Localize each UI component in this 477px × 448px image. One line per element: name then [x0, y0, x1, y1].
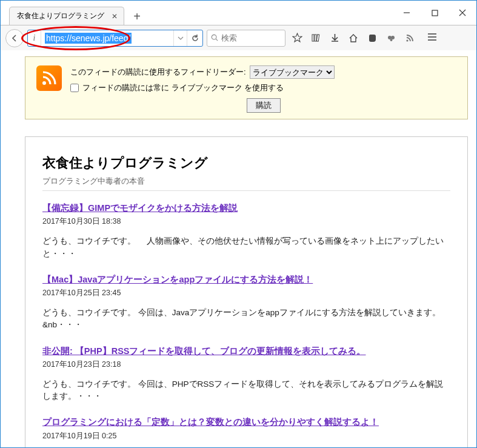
maximize-button[interactable] — [421, 4, 449, 22]
home-icon[interactable] — [348, 33, 359, 44]
entry-title-link[interactable]: プログラミングにおける「定数」とは？変数との違いを分かりやすく解説するよ！ — [42, 417, 379, 427]
extension-icon[interactable] — [385, 33, 396, 44]
browser-tab[interactable]: 衣食住よりプログラミング ✕ — [9, 7, 124, 25]
entry-date: 2017年10月19日 0:25 — [42, 431, 450, 441]
search-box[interactable] — [207, 30, 285, 47]
evernote-icon[interactable] — [367, 33, 378, 44]
feed-title: 衣食住よりプログラミング — [42, 154, 450, 172]
feed-subscribe-box: このフィードの購読に使用するフィードリーダー: ライブブックマーク フィードの購… — [25, 56, 468, 119]
nav-toolbar: i https://senews.jp/feed/ — [1, 25, 476, 50]
close-button[interactable] — [449, 4, 476, 22]
bookmark-star-icon[interactable] — [292, 33, 302, 44]
new-tab-button[interactable]: + — [128, 8, 146, 25]
minimize-button[interactable] — [393, 4, 421, 22]
svg-rect-1 — [432, 10, 438, 16]
svg-point-11 — [390, 39, 392, 41]
entry-title-link[interactable]: 【備忘録】GIMPでモザイクをかける方法を解説 — [42, 203, 238, 213]
toolbar-icons — [292, 33, 415, 44]
entry-excerpt: どうも、コウイチです。 今回は、PHPでRSSフィードを取得して、それを表示して… — [42, 378, 450, 403]
search-icon — [211, 33, 219, 42]
entry-date: 2017年10月30日 18:38 — [42, 216, 450, 227]
window-controls — [393, 4, 476, 22]
page-content: このフィードの購読に使用するフィードリーダー: ライブブックマーク フィードの購… — [1, 50, 476, 448]
reader-label: このフィードの購読に使用するフィードリーダー: — [70, 67, 246, 78]
site-info-icon[interactable]: i — [28, 30, 41, 46]
subscribe-button[interactable]: 購読 — [247, 98, 281, 113]
entry-title-link[interactable]: 非公開: 【PHP】RSSフィードを取得して、ブログの更新情報を表示してみる。 — [42, 346, 366, 356]
always-checkbox[interactable] — [70, 84, 79, 92]
always-label: フィードの購読には常に ライブブックマーク を使用する — [82, 82, 284, 93]
feed-subtitle: プログラミング中毒者の本音 — [42, 176, 450, 191]
svg-rect-8 — [316, 35, 319, 41]
feed-entry: 【備忘録】GIMPでモザイクをかける方法を解説2017年10月30日 18:38… — [42, 202, 450, 260]
feed-entry: プログラミングにおける「定数」とは？変数との違いを分かりやすく解説するよ！201… — [42, 416, 450, 448]
svg-point-12 — [406, 39, 408, 41]
back-button[interactable] — [5, 29, 24, 47]
entry-excerpt: どうも、コウイチです。 今回は、Javaアプリケーションをappファイルにする方… — [42, 307, 450, 332]
reader-select[interactable]: ライブブックマーク — [250, 65, 335, 79]
url-bar[interactable]: i https://senews.jp/feed/ — [27, 30, 203, 47]
menu-button[interactable] — [427, 33, 437, 44]
feed-box: 衣食住よりプログラミング プログラミング中毒者の本音 【備忘録】GIMPでモザイ… — [25, 136, 468, 448]
downloads-icon[interactable] — [329, 33, 340, 44]
rss-icon — [36, 65, 62, 91]
svg-point-16 — [42, 81, 46, 85]
svg-line-5 — [216, 39, 218, 41]
url-input[interactable]: https://senews.jp/feed/ — [41, 33, 173, 43]
entry-date: 2017年10月23日 23:18 — [42, 359, 450, 370]
rss-toolbar-icon[interactable] — [404, 33, 415, 44]
search-input[interactable] — [221, 33, 281, 42]
tab-close-icon[interactable]: ✕ — [104, 12, 118, 21]
svg-point-4 — [212, 35, 216, 39]
entry-date: 2017年10月25日 23:45 — [42, 288, 450, 298]
feed-entry: 【Mac】Javaアプリケーションをappファイルにする方法を解説！2017年1… — [42, 273, 450, 332]
url-text-selected: https://senews.jp/feed/ — [45, 33, 132, 44]
entry-excerpt: どうも、コウイチです。 人物画像や、その他伏せたい情報が写っている画像をネット上… — [42, 235, 450, 260]
entry-title-link[interactable]: 【Mac】Javaアプリケーションをappファイルにする方法を解説！ — [42, 275, 313, 284]
feed-entry: 非公開: 【PHP】RSSフィードを取得して、ブログの更新情報を表示してみる。2… — [42, 345, 450, 403]
reload-button[interactable] — [187, 30, 202, 46]
svg-rect-6 — [312, 35, 314, 41]
library-icon[interactable] — [310, 33, 321, 44]
svg-rect-7 — [315, 35, 316, 41]
tab-title: 衣食住よりプログラミング — [17, 11, 104, 21]
url-dropdown-icon[interactable] — [173, 30, 187, 46]
